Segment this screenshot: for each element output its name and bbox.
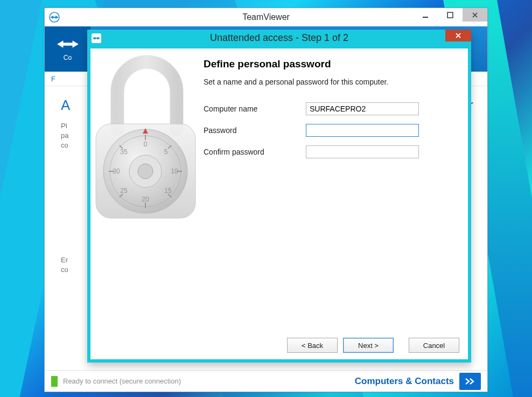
next-button[interactable]: Next >	[343, 338, 394, 353]
statusbar: Ready to connect (secure connection) Com…	[45, 370, 487, 392]
dialog-title: Unattended access - Step 1 of 2	[87, 32, 471, 44]
svg-text:5: 5	[164, 148, 168, 156]
svg-text:30: 30	[113, 168, 120, 175]
computer-name-label: Computer name	[204, 105, 306, 113]
dialog-heading: Define personal password	[204, 58, 457, 70]
svg-rect-3	[447, 12, 453, 18]
window-titlebar[interactable]: TeamViewer	[45, 8, 487, 26]
confirm-password-label: Confirm password	[204, 148, 306, 156]
status-text: Ready to connect (secure connection)	[63, 377, 355, 385]
dialog-body: 0 5 10 15 20 25 30 35 Define personal pa…	[90, 48, 468, 330]
close-button[interactable]	[463, 8, 487, 22]
tab-label: Co	[64, 54, 72, 61]
dialog-close-button[interactable]	[445, 30, 471, 41]
dialog-button-row: < Back Next > Cancel	[287, 338, 459, 353]
svg-rect-2	[423, 17, 428, 18]
window-controls	[413, 8, 487, 23]
unattended-access-dialog: Unattended access - Step 1 of 2	[87, 30, 471, 363]
svg-text:25: 25	[120, 187, 128, 194]
expand-panel-button[interactable]	[459, 373, 481, 390]
svg-text:15: 15	[164, 187, 172, 194]
dialog-description: Set a name and a personal password for t…	[204, 78, 457, 86]
row-password: Password	[204, 124, 457, 137]
back-button[interactable]: < Back	[287, 338, 338, 353]
maximize-button[interactable]	[438, 8, 463, 22]
svg-text:0: 0	[144, 141, 148, 148]
svg-text:10: 10	[171, 168, 178, 175]
svg-rect-5	[95, 38, 97, 39]
teamviewer-logo-icon	[48, 11, 61, 24]
svg-text:35: 35	[120, 148, 128, 156]
dialog-titlebar[interactable]: Unattended access - Step 1 of 2	[87, 30, 471, 48]
cancel-button[interactable]: Cancel	[409, 338, 459, 353]
teamviewer-logo-icon	[90, 32, 102, 44]
minimize-button[interactable]	[413, 8, 438, 22]
computer-name-input[interactable]	[306, 102, 419, 115]
row-computer-name: Computer name	[204, 102, 457, 115]
svg-text:20: 20	[142, 196, 149, 203]
lock-image-area: 0 5 10 15 20 25 30 35	[90, 48, 198, 330]
computers-contacts-link[interactable]: Computers & Contacts	[355, 376, 454, 387]
confirm-password-input[interactable]	[306, 145, 419, 158]
password-label: Password	[204, 126, 306, 135]
svg-point-27	[138, 164, 153, 179]
password-input[interactable]	[306, 124, 419, 137]
row-confirm-password: Confirm password	[204, 145, 457, 158]
svg-rect-1	[53, 17, 56, 18]
arrows-icon	[57, 37, 79, 52]
form-area: Define personal password Set a name and …	[198, 48, 468, 330]
menu-item[interactable]: F	[51, 75, 55, 83]
status-indicator-icon	[51, 376, 58, 387]
